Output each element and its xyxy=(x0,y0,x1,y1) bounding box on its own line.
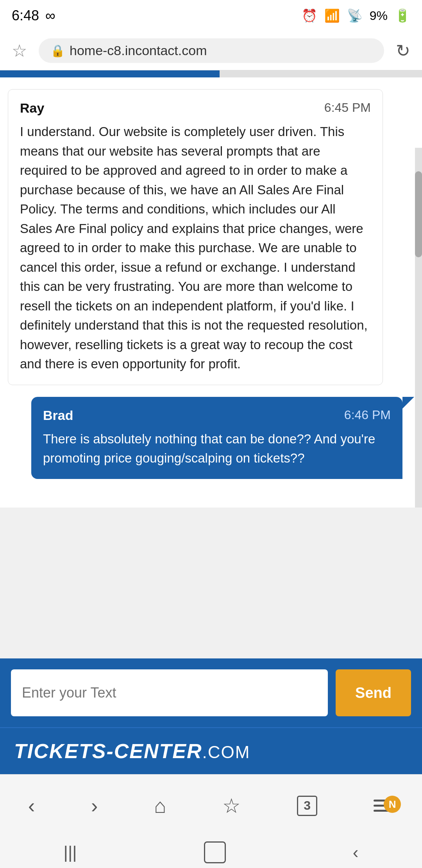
browser-bar: ☆ 🔒 home-c8.incontact.com ↻ xyxy=(0,31,422,70)
brad-message-time: 6:46 PM xyxy=(344,408,391,423)
voicemail-icon: ∞ xyxy=(45,7,55,24)
wifi-icon: 📶 xyxy=(324,8,340,23)
nav-menu-button[interactable]: N xyxy=(374,800,394,812)
brand-logo-text: Tickets-Center.com xyxy=(14,739,250,763)
back-gesture-icon[interactable]: ‹ xyxy=(353,843,359,862)
battery-icon: 🔋 xyxy=(395,8,410,23)
gesture-bar: ||| ‹ xyxy=(0,837,422,868)
nav-forward-button[interactable]: › xyxy=(91,794,98,818)
message-brad-wrapper: Brad 6:46 PM There is absolutely nothing… xyxy=(31,397,414,479)
reload-icon[interactable]: ↻ xyxy=(396,41,410,61)
messages-container: Ray 6:45 PM I understand. Our website is… xyxy=(0,77,422,491)
alarm-icon: ⏰ xyxy=(302,8,317,23)
tabs-count: 3 xyxy=(304,798,311,813)
ray-message-time: 6:45 PM xyxy=(324,100,371,116)
chat-text-input[interactable] xyxy=(11,669,328,716)
signal-icon: 📡 xyxy=(347,8,363,23)
home-gesture-icon[interactable] xyxy=(204,841,226,863)
status-bar: 6:48 ∞ ⏰ 📶 📡 9% 🔋 xyxy=(0,0,422,31)
message-ray-header: Ray 6:45 PM xyxy=(20,100,371,116)
recents-gesture-icon[interactable]: ||| xyxy=(64,843,77,862)
message-brad: Brad 6:46 PM There is absolutely nothing… xyxy=(31,397,402,479)
nav-home-button[interactable]: ⌂ xyxy=(154,794,166,818)
send-button[interactable]: Send xyxy=(336,669,411,716)
ray-sender-name: Ray xyxy=(20,100,44,116)
message-brad-header: Brad 6:46 PM xyxy=(43,408,391,423)
brad-message-body: There is absolutely nothing that can be … xyxy=(43,429,391,468)
notification-badge: N xyxy=(384,796,401,813)
battery-percent: 9% xyxy=(370,9,388,23)
ray-message-body: I understand. Our website is completely … xyxy=(20,122,371,374)
progress-bar-container xyxy=(0,70,422,77)
brad-message-arrow xyxy=(402,397,414,409)
status-left: 6:48 ∞ xyxy=(12,7,55,24)
chat-area: Ray 6:45 PM I understand. Our website is… xyxy=(0,70,422,508)
status-right: ⏰ 📶 📡 9% 🔋 xyxy=(302,8,410,23)
favorite-star-icon[interactable]: ☆ xyxy=(12,41,27,61)
nav-bar: ‹ › ⌂ ☆ 3 N xyxy=(0,774,422,837)
nav-back-button[interactable]: ‹ xyxy=(28,794,35,818)
brad-sender-name: Brad xyxy=(43,408,73,423)
chat-scroll-area[interactable]: Ray 6:45 PM I understand. Our website is… xyxy=(0,77,422,508)
progress-bar-fill xyxy=(0,70,220,77)
url-bar[interactable]: 🔒 home-c8.incontact.com xyxy=(39,38,384,63)
input-area: Send xyxy=(0,658,422,727)
brand-name: Tickets-Center xyxy=(14,740,202,762)
brand-domain: .com xyxy=(202,742,250,762)
tabs-square-icon: 3 xyxy=(297,796,317,816)
nav-tabs-button[interactable]: 3 xyxy=(297,796,317,816)
status-time: 6:48 xyxy=(12,7,39,24)
scrollbar-thumb xyxy=(415,171,422,257)
url-text: home-c8.incontact.com xyxy=(70,43,207,58)
lock-icon: 🔒 xyxy=(50,44,65,57)
nav-bookmarks-button[interactable]: ☆ xyxy=(222,794,241,818)
scrollbar[interactable] xyxy=(415,148,422,508)
brand-footer: Tickets-Center.com xyxy=(0,727,422,774)
message-ray: Ray 6:45 PM I understand. Our website is… xyxy=(8,89,383,385)
